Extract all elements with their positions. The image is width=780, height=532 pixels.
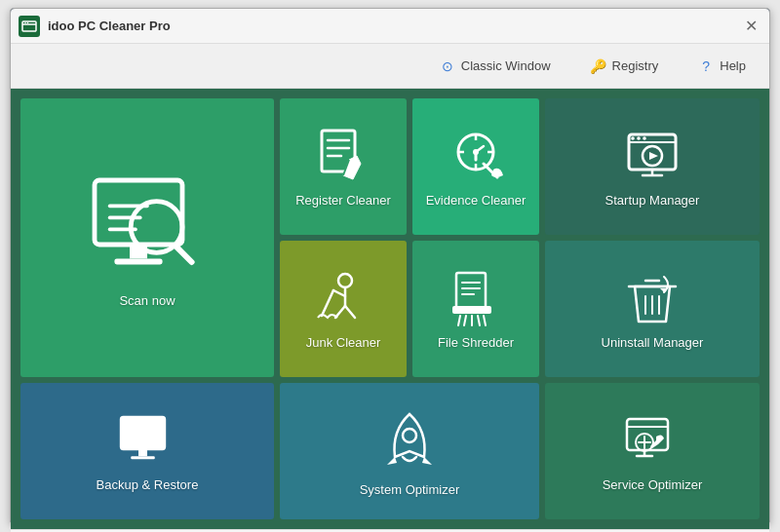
svg-line-46 bbox=[464, 316, 466, 325]
svg-point-29 bbox=[637, 136, 641, 140]
service-label: Service Optimizer bbox=[603, 477, 703, 492]
svg-line-36 bbox=[333, 290, 345, 296]
svg-line-48 bbox=[478, 316, 480, 325]
service-icon bbox=[623, 411, 682, 470]
title-bar: idoo PC Cleaner Pro ✕ bbox=[11, 9, 769, 44]
register-icon bbox=[314, 127, 372, 185]
shredder-tile[interactable]: File Shredder bbox=[412, 241, 539, 377]
junk-label: Junk Cleaner bbox=[306, 335, 381, 350]
svg-rect-57 bbox=[131, 456, 155, 459]
junk-icon bbox=[314, 269, 372, 327]
svg-line-39 bbox=[322, 290, 333, 316]
help-nav[interactable]: ? Help bbox=[689, 54, 754, 79]
app-logo bbox=[19, 16, 40, 37]
scan-tile[interactable]: Scan now bbox=[20, 98, 274, 377]
svg-line-8 bbox=[176, 246, 192, 262]
svg-rect-6 bbox=[114, 258, 162, 264]
svg-point-30 bbox=[643, 136, 646, 140]
junk-tile[interactable]: Junk Cleaner bbox=[280, 241, 407, 377]
svg-rect-4 bbox=[95, 180, 182, 245]
svg-rect-56 bbox=[138, 449, 147, 456]
svg-rect-0 bbox=[22, 21, 36, 31]
service-tile[interactable]: Service Optimizer bbox=[545, 383, 760, 519]
window-title: idoo PC Cleaner Pro bbox=[48, 19, 740, 33]
svg-point-34 bbox=[338, 274, 352, 287]
svg-line-45 bbox=[458, 316, 460, 325]
shredder-label: File Shredder bbox=[438, 335, 514, 350]
registry-icon: 🔑 bbox=[590, 57, 607, 75]
close-button[interactable]: ✕ bbox=[740, 16, 761, 37]
uninstall-label: Uninstall Manager bbox=[602, 335, 704, 350]
nav-bar: ⊙ Classic Window 🔑 Registry ? Help bbox=[11, 44, 769, 89]
svg-line-38 bbox=[345, 306, 355, 318]
evidence-icon bbox=[447, 127, 505, 185]
register-tile[interactable]: Register Cleaner bbox=[280, 98, 407, 235]
main-grid: Scan now Register Cleaner bbox=[11, 89, 769, 529]
evidence-tile[interactable]: Evidence Cleaner bbox=[412, 98, 539, 235]
backup-tile[interactable]: Backup & Restore bbox=[20, 383, 274, 519]
svg-point-2 bbox=[24, 21, 25, 22]
optimizer-icon bbox=[375, 406, 444, 475]
scan-label: Scan now bbox=[119, 293, 175, 308]
classic-window-icon: ⊙ bbox=[439, 57, 456, 75]
startup-icon bbox=[623, 127, 682, 185]
classic-window-nav[interactable]: ⊙ Classic Window bbox=[431, 54, 559, 79]
svg-point-24 bbox=[473, 149, 479, 155]
uninstall-icon bbox=[623, 269, 682, 327]
svg-rect-26 bbox=[629, 134, 676, 170]
backup-icon bbox=[118, 411, 176, 470]
shredder-icon bbox=[447, 269, 505, 327]
optimizer-tile[interactable]: System Optimizer bbox=[280, 383, 539, 519]
svg-line-49 bbox=[484, 316, 486, 325]
svg-rect-40 bbox=[456, 273, 486, 310]
registry-label: Registry bbox=[612, 58, 659, 73]
main-window: idoo PC Cleaner Pro ✕ ⊙ Classic Window 🔑… bbox=[10, 8, 770, 524]
svg-point-3 bbox=[27, 21, 28, 22]
registry-nav[interactable]: 🔑 Registry bbox=[582, 54, 667, 79]
help-icon: ? bbox=[697, 57, 715, 75]
evidence-label: Evidence Cleaner bbox=[426, 193, 526, 208]
svg-point-28 bbox=[631, 136, 635, 140]
optimizer-label: System Optimizer bbox=[360, 482, 460, 497]
register-label: Register Cleaner bbox=[295, 193, 391, 208]
startup-tile[interactable]: Startup Manager bbox=[545, 98, 760, 235]
help-label: Help bbox=[720, 58, 746, 73]
svg-point-58 bbox=[403, 429, 416, 442]
scan-icon bbox=[89, 169, 206, 285]
svg-rect-44 bbox=[452, 306, 491, 314]
uninstall-tile[interactable]: Uninstall Manager bbox=[545, 241, 760, 377]
backup-label: Backup & Restore bbox=[97, 477, 199, 492]
startup-label: Startup Manager bbox=[605, 193, 700, 208]
classic-window-label: Classic Window bbox=[461, 58, 551, 73]
